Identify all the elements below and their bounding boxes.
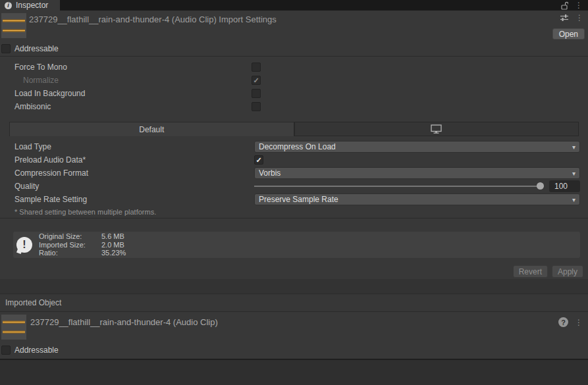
tab-menu-kebab-icon[interactable]: ⋮ [575,1,583,9]
tab-inspector-label: Inspector [16,1,48,10]
import-options: Force To Mono Normalize ✓ Load In Backgr… [0,57,588,113]
ambisonic-row: Ambisonic [0,100,588,113]
preload-audio-data-row: Preload Audio Data* ✓ [0,153,588,167]
footer-band [0,279,588,294]
quality-value-field[interactable]: 100 [549,180,580,192]
window-tab-bar: i Inspector ⋮ [0,0,588,11]
check-icon: ✓ [255,156,261,163]
header-menu-kebab-icon[interactable]: ⋮ [575,14,583,22]
waveform-line [3,321,25,324]
load-type-value: Decompress On Load [259,142,572,151]
imported-object-kebab-icon[interactable]: ⋮ [575,319,583,326]
original-size-row: Original Size: 5.6 MB [39,232,126,241]
ambisonic-label: Ambisonic [14,102,252,111]
ratio-value: 35.23% [101,249,126,257]
alert-icon: ! [16,237,32,253]
chevron-down-icon: ▾ [572,196,575,203]
check-icon: ✓ [253,76,259,84]
normalize-label: Normalize [14,76,252,85]
imported-size-row: Imported Size: 2.0 MB [39,241,126,249]
ratio-label: Ratio: [39,249,101,257]
tab-default[interactable]: Default [9,122,294,136]
info-icon: i [5,2,12,9]
waveform-line [3,330,25,334]
waveform-line [3,19,25,22]
unlock-icon[interactable] [561,1,568,10]
sample-rate-setting-dropdown[interactable]: Preserve Sample Rate ▾ [254,193,580,205]
shared-setting-note: * Shared setting between multiple platfo… [0,206,588,218]
chevron-down-icon: ▾ [572,170,575,177]
load-type-dropdown[interactable]: Decompress On Load ▾ [254,141,580,153]
tab-default-label: Default [139,125,164,134]
chevron-down-icon: ▾ [572,143,575,151]
compression-format-label: Compression Format [14,168,254,178]
preload-audio-data-checkbox[interactable]: ✓ [254,155,263,165]
inspector-panel: 237729__flathill__rain-and-thunder-4 (Au… [0,11,588,360]
imported-object-row[interactable]: 237729__flathill__rain-and-thunder-4 (Au… [0,312,588,342]
imported-object-icons: ? ⋮ [558,317,583,327]
header-icons: ⋮ [560,14,583,22]
force-to-mono-row: Force To Mono [0,61,588,74]
import-settings-title: 237729__flathill__rain-and-thunder-4 (Au… [29,14,277,24]
sample-rate-setting-label: Sample Rate Setting [14,195,254,204]
original-size-value: 5.6 MB [101,232,124,241]
audio-clip-icon [1,13,26,38]
compression-format-row: Compression Format Vorbis ▾ [0,167,588,180]
compression-format-value: Vorbis [259,168,572,178]
open-button[interactable]: Open [552,28,585,39]
separator [0,218,588,218]
imported-addressable-checkbox[interactable] [1,346,11,355]
revert-button[interactable]: Revert [513,265,548,278]
quality-row: Quality 100 [0,180,588,193]
help-icon[interactable]: ? [558,317,568,327]
load-type-label: Load Type [14,142,254,151]
addressable-checkbox[interactable] [1,44,11,53]
load-in-background-row: Load In Background [0,87,588,100]
quality-label: Quality [14,182,254,191]
preload-audio-data-label: Preload Audio Data* [14,155,254,165]
load-in-background-label: Load In Background [14,89,252,98]
action-buttons: Revert Apply [0,265,588,278]
normalize-checkbox: ✓ [252,76,261,85]
original-size-label: Original Size: [39,232,101,241]
imported-object-title: 237729__flathill__rain-and-thunder-4 (Au… [30,317,218,327]
sample-rate-setting-value: Preserve Sample Rate [259,195,572,204]
ratio-row: Ratio: 35.23% [39,249,126,257]
tab-inspector[interactable]: i Inspector [0,0,60,11]
size-info-box: ! Original Size: 5.6 MB Imported Size: 2… [13,232,580,258]
compression-format-dropdown[interactable]: Vorbis ▾ [254,167,580,179]
platform-settings: Load Type Decompress On Load ▾ Preload A… [0,136,588,218]
sample-rate-setting-row: Sample Rate Setting Preserve Sample Rate… [0,193,588,206]
addressable-row: Addressable [0,41,588,56]
addressable-label: Addressable [14,44,59,53]
imported-size-label: Imported Size: [39,241,101,249]
presets-icon[interactable] [560,14,569,22]
audio-clip-icon [1,315,26,340]
slider-handle[interactable] [537,182,544,190]
normalize-row: Normalize ✓ [0,74,588,87]
apply-button[interactable]: Apply [552,265,583,278]
force-to-mono-label: Force To Mono [14,63,252,72]
imported-object-header: Imported Object [0,294,588,312]
load-in-background-checkbox[interactable] [252,89,261,98]
size-info-rows: Original Size: 5.6 MB Imported Size: 2.0… [39,232,126,257]
load-type-row: Load Type Decompress On Load ▾ [0,140,588,153]
tab-standalone-platform[interactable] [294,122,579,136]
slider-track [254,186,544,187]
monitor-icon [431,124,442,134]
tab-bar-controls: ⋮ [561,0,588,11]
waveform-line [3,29,25,32]
platform-tabs: Default [9,122,579,136]
imported-addressable-label: Addressable [14,346,59,355]
imported-size-value: 2.0 MB [101,241,124,249]
imported-addressable-row: Addressable [0,342,588,357]
ambisonic-checkbox[interactable] [252,102,261,111]
force-to-mono-checkbox[interactable] [252,63,261,72]
quality-slider[interactable] [254,180,544,193]
asset-header: 237729__flathill__rain-and-thunder-4 (Au… [0,11,588,41]
